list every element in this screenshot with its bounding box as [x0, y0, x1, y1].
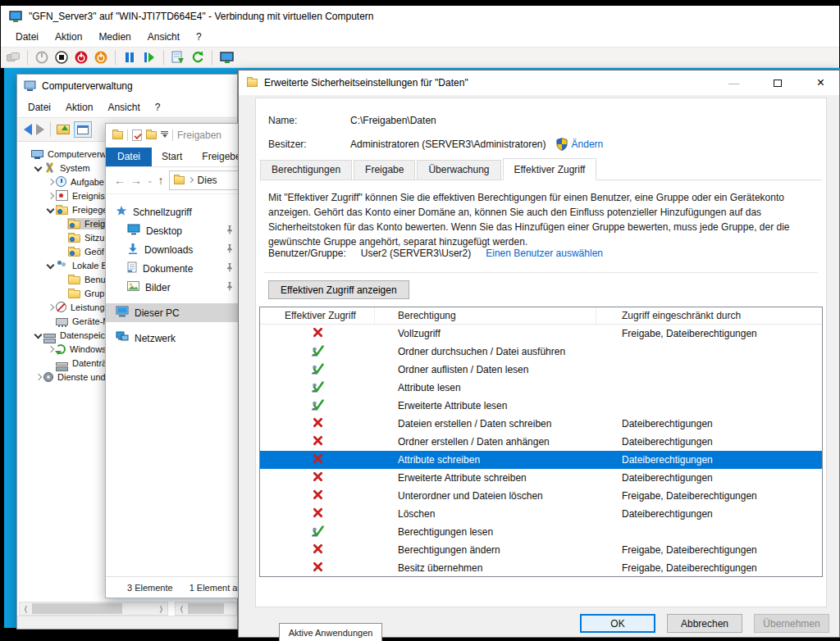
mmc-menu-item[interactable]: Aktion: [58, 99, 100, 116]
allowed-check-icon: [311, 399, 324, 413]
table-row[interactable]: Unterordner und Dateien löschenFreigabe,…: [260, 487, 822, 505]
shut-down-orange-icon[interactable]: [94, 50, 108, 65]
scroll-left-icon[interactable]: 〈: [176, 602, 188, 615]
properties-icon[interactable]: [132, 130, 142, 141]
select-user-link[interactable]: Einen Benutzer auswählen: [486, 248, 603, 259]
breadcrumb-chevron-icon[interactable]: [188, 177, 194, 184]
vm-menu-item[interactable]: Datei: [7, 28, 47, 46]
breadcrumb[interactable]: Dies: [198, 175, 217, 186]
vm-menu-item[interactable]: Ansicht: [139, 28, 188, 46]
up-icon[interactable]: ↑: [158, 174, 164, 187]
ribbon-tab-datei[interactable]: Datei: [106, 148, 152, 166]
recent-locations-icon[interactable]: ⌄: [147, 176, 153, 184]
tree-item-label: System: [59, 163, 90, 173]
table-row[interactable]: Ordner durchsuchen / Datei ausführen: [260, 343, 822, 361]
table-row[interactable]: Erweiterte Attribute schreibenDateiberec…: [260, 469, 822, 487]
sidebar-item-downloads[interactable]: Downloads: [106, 240, 239, 259]
ribbon-tab-start[interactable]: Start: [152, 148, 192, 166]
active-applications-label[interactable]: Aktive Anwendungen: [279, 623, 382, 641]
mmc-menu-item[interactable]: Ansicht: [100, 99, 147, 116]
column-header[interactable]: Zugriff eingeschränkt durch: [596, 310, 822, 321]
network-icon: [116, 331, 129, 345]
table-row[interactable]: Berechtigungen lesen: [260, 523, 822, 541]
vm-menu-item[interactable]: Aktion: [47, 28, 90, 46]
revert-icon[interactable]: [190, 50, 205, 65]
address-bar[interactable]: Dies: [169, 170, 240, 190]
maximize-button[interactable]: [759, 70, 796, 95]
pause-icon[interactable]: [122, 50, 137, 65]
expander-right-icon[interactable]: [45, 191, 55, 201]
ribbon-tab-freigebe[interactable]: Freigebe: [192, 148, 240, 166]
show-console-tree-icon[interactable]: [74, 121, 92, 138]
access-cell: [260, 507, 375, 521]
vm-menu-item[interactable]: Medien: [90, 28, 139, 46]
ok-button[interactable]: OK: [580, 614, 655, 633]
pin-icon[interactable]: [226, 262, 234, 275]
pin-icon[interactable]: [226, 281, 234, 293]
table-row[interactable]: Attribute lesen: [260, 379, 822, 397]
scrollbar-thumb[interactable]: [188, 603, 224, 614]
tree-pane-hscrollbar[interactable]: 〈 〉: [19, 602, 168, 616]
scroll-right-icon[interactable]: 〉: [155, 602, 167, 615]
table-row[interactable]: Attribute schreibenDateiberechtigungen: [260, 451, 822, 469]
expander-down-icon[interactable]: [33, 330, 43, 340]
expander-right-icon[interactable]: [45, 344, 55, 354]
scrollbar-thumb[interactable]: [32, 603, 122, 614]
tree-item-highlight: Windows: [55, 343, 109, 355]
cancel-button[interactable]: Abbrechen: [667, 614, 742, 633]
expander-right-icon[interactable]: [45, 302, 55, 312]
column-header[interactable]: Effektiver Zugriff: [260, 307, 375, 324]
expander-down-icon[interactable]: [33, 163, 43, 173]
sidebar-item-desktop[interactable]: Desktop: [106, 221, 239, 240]
table-row[interactable]: Ordner auflisten / Daten lesen: [260, 361, 822, 379]
export-list-icon[interactable]: [57, 125, 70, 134]
table-row[interactable]: Berechtigungen ändernFreigabe, Dateibere…: [260, 541, 822, 559]
expander-down-icon[interactable]: [45, 205, 55, 215]
mmc-menu-item[interactable]: Datei: [21, 99, 58, 116]
mmc-menu-item[interactable]: ?: [148, 99, 168, 116]
sidebar-item-label: Desktop: [146, 225, 220, 237]
sidebar-item-schnellzugriff[interactable]: Schnellzugriff: [106, 202, 239, 221]
expander-down-icon[interactable]: [45, 261, 55, 270]
sidebar-item-netzwerk[interactable]: Netzwerk: [106, 329, 239, 348]
result-pane-hscrollbar[interactable]: 〈: [175, 602, 237, 616]
expander-right-icon[interactable]: [33, 372, 43, 382]
table-row[interactable]: Ordner erstellen / Daten anhängenDateibe…: [260, 433, 822, 451]
tab-freigabe[interactable]: Freigabe: [354, 160, 415, 180]
forward-icon[interactable]: →: [130, 174, 142, 187]
shut-down-red-icon[interactable]: [74, 50, 89, 65]
pin-icon[interactable]: [226, 225, 234, 237]
turn-off-icon[interactable]: [54, 50, 69, 65]
toolbar-separator: [50, 122, 51, 137]
table-row[interactable]: LöschenDateiberechtigungen: [260, 505, 822, 523]
column-header[interactable]: Berechtigung: [375, 307, 596, 324]
close-button[interactable]: ×: [802, 70, 839, 95]
table-row[interactable]: VollzugriffFreigabe, Dateiberechtigungen: [260, 325, 822, 343]
tab--berwachung[interactable]: Überwachung: [417, 160, 500, 180]
start-icon[interactable]: [142, 50, 157, 65]
enhanced-session-icon[interactable]: [219, 50, 234, 65]
back-icon[interactable]: ←: [114, 174, 126, 187]
uac-shield-icon: [556, 138, 568, 151]
tab-effektiver-zugriff[interactable]: Effektiver Zugriff: [503, 158, 597, 180]
new-folder-icon[interactable]: [146, 131, 157, 139]
tree-item-label: Datenträ: [71, 358, 107, 368]
expander-right-icon[interactable]: [45, 177, 55, 187]
forward-icon[interactable]: [36, 124, 44, 135]
sidebar-item-dieser-pc[interactable]: Dieser PC: [106, 303, 239, 322]
ctrl-alt-del-icon[interactable]: [6, 50, 21, 65]
show-effective-access-button[interactable]: Effektiven Zugriff anzeigen: [268, 280, 409, 299]
sidebar-item-dokumente[interactable]: Dokumente: [106, 259, 239, 278]
table-row[interactable]: Erweiterte Attribute lesen: [260, 397, 822, 415]
sidebar-item-bilder[interactable]: Bilder: [106, 278, 239, 297]
pin-icon[interactable]: [226, 243, 234, 256]
table-row[interactable]: Dateien erstellen / Daten schreibenDatei…: [260, 415, 822, 433]
back-icon[interactable]: [24, 124, 32, 135]
tab-berechtigungen[interactable]: Berechtigungen: [260, 160, 352, 180]
vm-menu-item[interactable]: ?: [188, 28, 210, 46]
change-owner-link[interactable]: Ändern: [572, 139, 604, 150]
checkpoint-icon[interactable]: [171, 50, 185, 65]
table-row[interactable]: Besitz übernehmenFreigabe, Dateiberechti…: [260, 559, 822, 577]
customize-qat-icon[interactable]: [161, 131, 168, 140]
scroll-left-icon[interactable]: 〈: [20, 602, 32, 615]
